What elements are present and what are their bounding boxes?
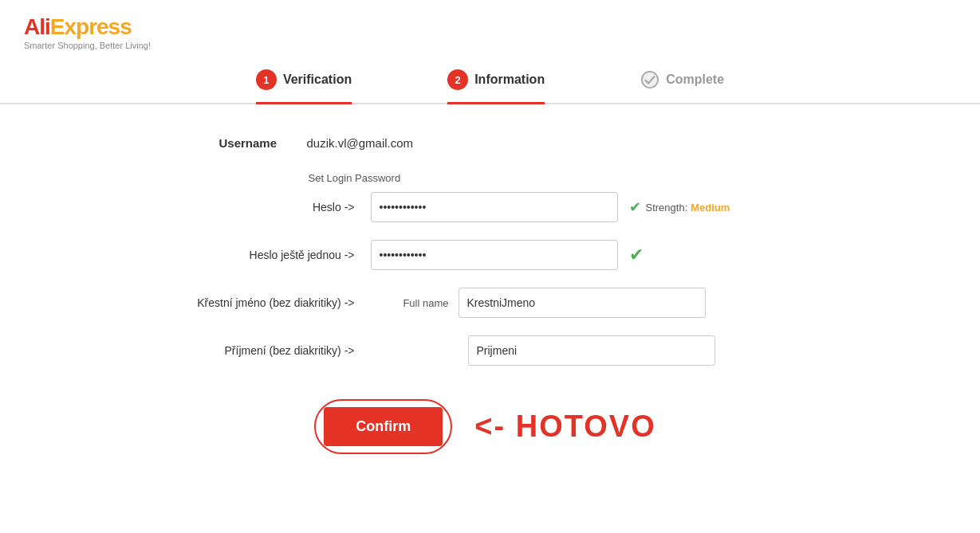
password-confirm-label: Heslo ještě jednou -> [132,249,371,261]
strength-text: Strength: [646,202,688,214]
valid-check-icon: ✔ [629,245,643,265]
firstname-outer-label: Křestní jméno (bez diakritiky) -> [132,296,371,309]
step-information[interactable]: 2 Information [447,69,545,103]
step-label-verification: Verification [283,73,352,87]
username-value: duzik.vl@gmail.com [307,136,414,150]
step-label-complete: Complete [666,73,724,87]
confirm-area: Confirm <- HOTOVO [324,407,655,446]
strength-check-icon: ✔ [629,198,641,216]
password-confirm-input[interactable] [371,240,618,270]
strength-value: Medium [691,202,730,214]
username-row: Username duzik.vl@gmail.com [219,136,762,150]
lastname-input[interactable] [468,335,715,366]
set-password-label: Set Login Password [219,172,762,184]
lastname-outer-label: Příjmení (bez diakritiky) -> [132,344,371,357]
step-check-complete [640,70,659,89]
confirm-btn-wrapper: Confirm [324,407,443,446]
header: AliExpress Smarter Shopping, Better Livi… [0,0,980,55]
hotovo-text: <- HOTOVO [474,410,655,444]
username-label: Username [219,136,291,150]
step-number-1: 1 [256,69,277,90]
logo-express: Express [50,14,132,39]
password-confirm-row: Heslo ještě jednou -> ✔ [132,240,849,270]
main-content: Username duzik.vl@gmail.com Set Login Pa… [0,104,980,462]
step-label-information: Information [474,73,545,87]
svg-point-0 [642,72,658,88]
step-complete[interactable]: Complete [640,70,724,102]
logo-tagline: Smarter Shopping, Better Living! [24,41,956,50]
password-input[interactable] [371,192,618,222]
logo-ali: Ali [24,14,50,39]
password-label: Heslo -> [132,201,371,214]
confirm-button[interactable]: Confirm [324,407,443,446]
steps-bar: 1 Verification 2 Information Complete [0,55,980,104]
logo: AliExpress [24,14,956,40]
firstname-row: Křestní jméno (bez diakritiky) -> Full n… [132,288,849,318]
firstname-inner-label: Full name [371,297,459,309]
step-verification[interactable]: 1 Verification [256,69,352,103]
strength-indicator: ✔ Strength: Medium [629,198,730,216]
step-number-2: 2 [447,69,468,90]
password-row: Heslo -> ✔ Strength: Medium [132,192,849,222]
lastname-row: Příjmení (bez diakritiky) -> [132,335,849,366]
firstname-input[interactable] [459,288,706,318]
